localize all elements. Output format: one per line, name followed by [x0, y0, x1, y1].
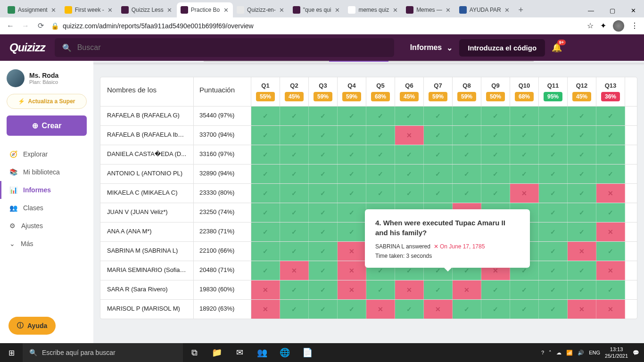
student-name[interactable]: SABRINA M (SABRINA L) [100, 242, 194, 261]
answer-cell[interactable] [424, 126, 453, 145]
answer-cell[interactable] [251, 222, 280, 241]
question-header[interactable]: Q459% [338, 77, 366, 106]
student-name[interactable]: MARISOL P (MARISOL M) [100, 300, 194, 319]
answer-cell[interactable] [338, 280, 366, 299]
answer-cell[interactable] [309, 107, 338, 125]
answer-cell[interactable] [510, 280, 539, 299]
tray-chevron-icon[interactable]: ˄ [549, 350, 552, 356]
answer-cell[interactable] [539, 126, 568, 145]
answer-cell[interactable] [539, 165, 568, 183]
answer-cell[interactable] [539, 107, 568, 125]
answer-cell[interactable] [596, 203, 625, 222]
student-name[interactable]: MARIA SEMINARIO (Sofia ... [100, 261, 194, 280]
answer-cell[interactable] [251, 280, 280, 299]
answer-cell[interactable] [366, 107, 395, 125]
answer-cell[interactable] [338, 126, 366, 145]
answer-cell[interactable] [309, 165, 338, 183]
answer-cell[interactable] [280, 280, 309, 299]
url-field[interactable]: 🔒 quizizz.com/admin/reports/5faa911ad549… [51, 22, 581, 30]
answer-cell[interactable] [481, 145, 510, 164]
answer-cell[interactable] [568, 280, 596, 299]
answer-cell[interactable] [280, 222, 309, 241]
answer-cell[interactable] [280, 126, 309, 145]
question-header[interactable]: Q1068% [510, 77, 539, 106]
answer-cell[interactable] [366, 165, 395, 183]
answer-cell[interactable] [596, 280, 625, 299]
answer-cell[interactable] [596, 222, 625, 241]
answer-cell[interactable] [251, 145, 280, 164]
taskbar-app-teams[interactable]: 👥 [251, 343, 273, 362]
enter-code-button[interactable]: Introduzca el código [459, 39, 545, 57]
sidebar-item[interactable]: 📚Mi biblioteca [7, 163, 87, 181]
answer-cell[interactable] [280, 203, 309, 222]
student-name[interactable]: RAFAELA B (RAFAELA G) [100, 107, 194, 125]
student-name[interactable]: ANA A (ANA M*) [100, 222, 194, 241]
tray-lang[interactable]: ENG [589, 350, 600, 355]
nav-forward-icon[interactable]: → [21, 21, 30, 31]
answer-cell[interactable] [510, 184, 539, 203]
answer-cell[interactable] [539, 203, 568, 222]
answer-cell[interactable] [568, 300, 596, 319]
answer-cell[interactable] [338, 107, 366, 125]
taskbar-search[interactable]: 🔍 Escribe aquí para buscar [23, 343, 183, 362]
nav-back-icon[interactable]: ← [6, 21, 15, 31]
tab-close-icon[interactable]: ✕ [107, 7, 114, 13]
answer-cell[interactable] [481, 184, 510, 203]
answer-cell[interactable] [309, 203, 338, 222]
answer-cell[interactable] [338, 145, 366, 164]
browser-tab[interactable]: Quizizz Less✕ [117, 2, 177, 17]
answer-cell[interactable] [366, 145, 395, 164]
taskbar-app-chrome[interactable]: 🌐 [273, 343, 296, 362]
answer-cell[interactable] [309, 222, 338, 241]
tray-help-icon[interactable]: ? [541, 350, 544, 355]
nav-reload-icon[interactable]: ⟳ [36, 21, 45, 31]
window-maximize[interactable]: ▢ [602, 3, 623, 17]
answer-cell[interactable] [539, 242, 568, 261]
task-view-icon[interactable]: ⧉ [183, 343, 206, 362]
answer-cell[interactable] [424, 145, 453, 164]
answer-cell[interactable] [366, 184, 395, 203]
answer-cell[interactable] [481, 165, 510, 183]
answer-cell[interactable] [280, 300, 309, 319]
answer-cell[interactable] [366, 300, 395, 319]
profile-avatar[interactable] [613, 20, 624, 32]
search-input[interactable] [77, 43, 387, 52]
answer-cell[interactable] [338, 300, 366, 319]
answer-cell[interactable] [424, 300, 453, 319]
browser-tab[interactable]: Assignment✕ [4, 2, 61, 17]
answer-cell[interactable] [539, 145, 568, 164]
answer-cell[interactable] [338, 242, 366, 261]
tray-clock[interactable]: 13:13 25/1/2021 [605, 346, 628, 360]
answer-cell[interactable] [309, 300, 338, 319]
tray-volume-icon[interactable]: 🔊 [578, 350, 584, 356]
answer-cell[interactable] [596, 126, 625, 145]
answer-cell[interactable] [568, 126, 596, 145]
answer-cell[interactable] [510, 300, 539, 319]
taskbar-app-explorer[interactable]: 📁 [206, 343, 228, 362]
answer-cell[interactable] [395, 165, 424, 183]
answer-cell[interactable] [596, 145, 625, 164]
answer-cell[interactable] [424, 184, 453, 203]
answer-cell[interactable] [395, 184, 424, 203]
answer-cell[interactable] [395, 280, 424, 299]
tab-close-icon[interactable]: ✕ [279, 7, 285, 13]
answer-cell[interactable] [338, 222, 366, 241]
answer-cell[interactable] [481, 300, 510, 319]
answer-cell[interactable] [251, 126, 280, 145]
answer-cell[interactable] [251, 184, 280, 203]
sidebar-item[interactable]: 📊Informes [0, 181, 87, 199]
tray-wifi-icon[interactable]: 📶 [566, 350, 573, 356]
answer-cell[interactable] [539, 280, 568, 299]
answer-cell[interactable] [280, 107, 309, 125]
tray-cloud-icon[interactable]: ☁ [556, 350, 561, 356]
question-header[interactable]: Q568% [366, 77, 395, 106]
answer-cell[interactable] [596, 261, 625, 280]
answer-cell[interactable] [453, 107, 481, 125]
answer-cell[interactable] [424, 107, 453, 125]
answer-cell[interactable] [453, 145, 481, 164]
user-profile[interactable]: Ms. Roda Plan: Básico [7, 69, 87, 87]
answer-cell[interactable] [481, 107, 510, 125]
student-name[interactable]: JUAN V (JUAN Veliz*) [100, 203, 194, 222]
answer-cell[interactable] [338, 184, 366, 203]
col-names[interactable]: Nombres de los [100, 77, 194, 106]
